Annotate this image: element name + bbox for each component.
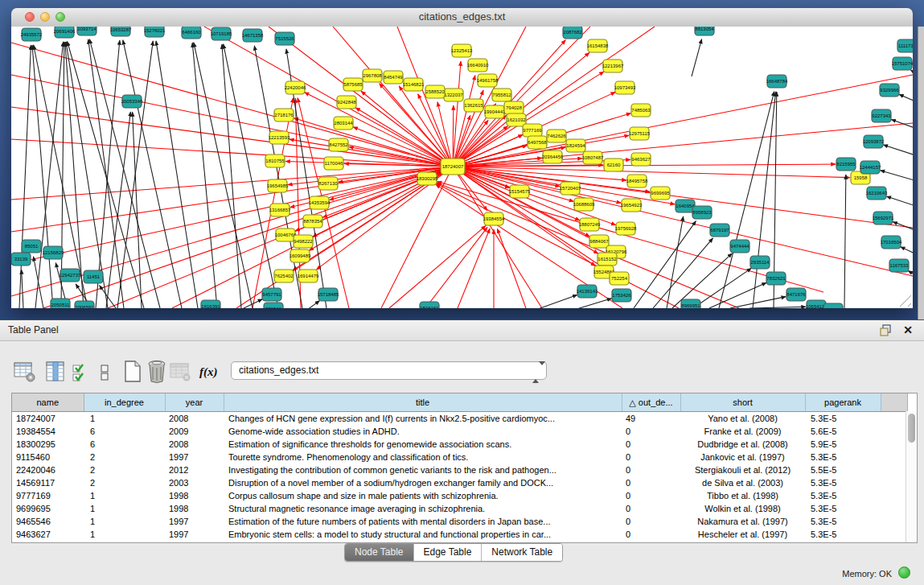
network-node[interactable]: 14136141: [577, 285, 598, 298]
table-cell[interactable]: Estimation of the future numbers of pati…: [224, 515, 622, 528]
network-node[interactable]: 7515526: [275, 32, 294, 45]
network-node[interactable]: 19654923: [621, 199, 643, 212]
table-cell[interactable]: 0: [622, 489, 680, 502]
table-cell[interactable]: Tourette syndrome. Phenomenology and cla…: [224, 451, 622, 463]
network-node[interactable]: 24935572: [21, 28, 43, 41]
network-node[interactable]: 10653287: [110, 27, 132, 36]
table-cell[interactable]: 9465546: [12, 515, 84, 528]
column-header-in_degree[interactable]: in_degree: [84, 393, 165, 412]
table-cell[interactable]: 5.6E-5: [805, 425, 881, 438]
network-window-titlebar[interactable]: citations_edges.txt: [11, 8, 913, 27]
table-cell[interactable]: 1998: [165, 502, 224, 515]
table-row[interactable]: 946362711997Embryonic stem cells: a mode…: [12, 528, 907, 541]
table-cell[interactable]: 5.3E-5: [805, 451, 881, 463]
network-node[interactable]: 9457791: [262, 288, 281, 301]
network-node[interactable]: 12093872: [863, 135, 885, 148]
table-cell[interactable]: 6: [84, 425, 165, 438]
table-cell[interactable]: 1: [84, 502, 165, 515]
table-cell[interactable]: Hescheler et al. (1997): [680, 528, 805, 541]
table-row[interactable]: 1938455462009Genome-wide association stu…: [12, 425, 907, 438]
table-cell[interactable]: Embryonic stem cells: a model to study s…: [224, 528, 622, 541]
table-cell[interactable]: 1: [84, 515, 165, 528]
table-cell[interactable]: 14569117: [12, 476, 84, 489]
network-node[interactable]: 19384554: [483, 212, 505, 225]
column-header-title[interactable]: title: [224, 393, 622, 412]
network-node[interactable]: 16648784: [766, 75, 788, 88]
table-cell[interactable]: Changes of HCN gene expression and I(f) …: [224, 412, 622, 426]
column-header-short[interactable]: short: [680, 393, 805, 412]
table-cell[interactable]: 22420046: [12, 463, 84, 476]
network-node[interactable]: 11451: [84, 270, 103, 283]
table-cell[interactable]: 2009: [165, 425, 224, 438]
table-cell[interactable]: 9699695: [12, 502, 84, 515]
table-cell[interactable]: 5.3E-5: [805, 476, 881, 489]
table-cell[interactable]: de Silva et al. (2003): [680, 476, 805, 489]
network-node[interactable]: 9474444: [730, 240, 749, 253]
table-cell[interactable]: 0: [622, 451, 680, 463]
network-node[interactable]: 6466160: [182, 27, 201, 39]
network-node[interactable]: 17016504: [881, 236, 902, 249]
network-node[interactable]: 2093714: [77, 27, 97, 35]
network-node[interactable]: 9242848: [337, 96, 356, 109]
network-node[interactable]: 10688609: [573, 198, 595, 211]
network-node[interactable]: 16914479: [298, 270, 319, 282]
column-header-pagerank[interactable]: pagerank: [805, 393, 881, 412]
table-row[interactable]: 2242004622012Investigating the contribut…: [12, 463, 907, 476]
close-panel-icon[interactable]: ✕: [901, 322, 914, 336]
delete-table-icon[interactable]: [170, 362, 191, 385]
table-cell[interactable]: Yano et al. (2008): [680, 412, 805, 426]
table-scrollbar-thumb[interactable]: [908, 414, 915, 443]
network-node[interactable]: 10807487: [582, 151, 604, 164]
table-cell[interactable]: Estimation of significance thresholds fo…: [224, 438, 622, 451]
table-row[interactable]: 1830029562008Estimation of significance …: [12, 438, 907, 451]
table-row[interactable]: 946554611997Estimation of the future num…: [12, 515, 907, 528]
table-cell[interactable]: Corpus callosum shape and size in male p…: [224, 489, 622, 502]
column-checklist-icon[interactable]: [72, 363, 90, 385]
column-header-year[interactable]: year: [165, 393, 224, 412]
network-node[interactable]: 18724007: [441, 159, 465, 175]
network-node[interactable]: 15720407: [560, 182, 581, 195]
network-canvas[interactable]: 1872400712325413166409101496175879558121…: [11, 27, 913, 308]
new-column-icon[interactable]: [123, 360, 143, 386]
table-cell[interactable]: Jankovic et al. (1997): [680, 451, 805, 463]
delete-column-icon[interactable]: [147, 360, 167, 386]
network-node[interactable]: 9777169: [523, 124, 542, 137]
tab-network-table[interactable]: Network Table: [481, 544, 562, 561]
network-node[interactable]: 15692971: [873, 212, 894, 225]
table-row[interactable]: 969969511998Structural magnetic resonanc…: [12, 502, 907, 515]
network-node[interactable]: 15751074: [892, 57, 913, 70]
table-cell[interactable]: Investigating the contribution of common…: [224, 463, 622, 476]
row-height-icon[interactable]: [100, 365, 111, 384]
table-cell[interactable]: 0: [622, 463, 680, 476]
network-node[interactable]: 9884067: [589, 235, 609, 248]
zoom-traffic-light[interactable]: [55, 12, 65, 22]
table-source-select[interactable]: citations_edges.txt: [231, 361, 547, 380]
network-node[interactable]: 12975115: [629, 127, 651, 140]
table-scrollbar[interactable]: [906, 411, 917, 542]
table-cell[interactable]: 2008: [165, 438, 224, 451]
network-node[interactable]: 16210643: [866, 187, 888, 200]
function-builder-icon[interactable]: f(x): [199, 365, 218, 379]
network-node[interactable]: 9245652: [823, 303, 843, 308]
table-cell[interactable]: 2003: [165, 476, 224, 489]
network-node[interactable]: 1616391: [201, 300, 220, 308]
table-cell[interactable]: 19384554: [12, 425, 84, 438]
close-traffic-light[interactable]: [25, 12, 35, 22]
network-node[interactable]: 2006591: [75, 301, 94, 308]
network-node[interactable]: 20691406: [54, 27, 76, 38]
network-node[interactable]: 85051: [22, 240, 41, 253]
table-cell[interactable]: 1998: [165, 489, 224, 502]
table-cell[interactable]: 18300295: [12, 438, 84, 451]
table-row[interactable]: 977716911998Corpus callosum shape and si…: [12, 489, 907, 502]
table-cell[interactable]: 5.3E-5: [805, 502, 881, 515]
network-node[interactable]: 22420046: [285, 81, 306, 94]
table-cell[interactable]: 9115460: [12, 451, 84, 463]
network-node[interactable]: 1621032: [507, 113, 526, 126]
table-cell[interactable]: 1: [84, 412, 165, 426]
table-cell[interactable]: 5.3E-5: [805, 515, 881, 528]
network-node[interactable]: 15276021: [144, 27, 166, 37]
table-cell[interactable]: 6: [84, 438, 165, 451]
table-cell[interactable]: 0: [622, 515, 680, 528]
network-node[interactable]: 8267130: [318, 177, 338, 190]
network-view[interactable]: 1872400712325413166409101496175879558121…: [11, 27, 913, 308]
